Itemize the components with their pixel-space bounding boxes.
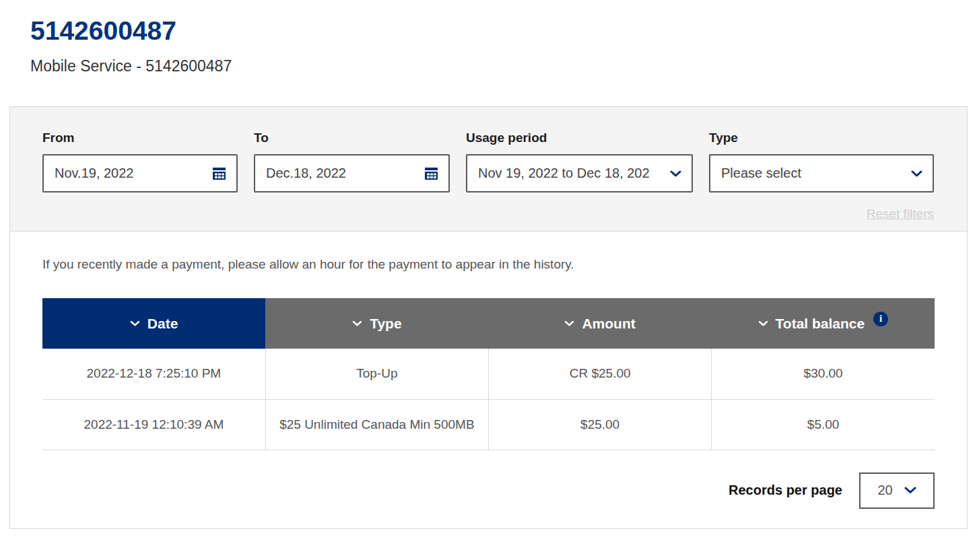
cell-date: 2022-12-18 7:25:10 PM	[42, 349, 265, 399]
usage-period-select[interactable]: Nov 19, 2022 to Dec 18, 202	[466, 154, 693, 193]
chevron-down-icon	[911, 170, 922, 177]
column-header-label: Date	[147, 316, 178, 332]
table-header-row: Date Type	[42, 298, 935, 349]
sort-chevron-icon	[130, 320, 140, 326]
usage-period-value: Nov 19, 2022 to Dec 18, 202	[478, 166, 650, 181]
cell-type: Top-Up	[265, 349, 488, 399]
column-header-type[interactable]: Type	[265, 298, 488, 349]
history-table: Date Type	[42, 298, 935, 450]
records-per-page-value: 20	[877, 483, 892, 498]
info-icon[interactable]: i	[873, 312, 888, 326]
filter-group-from: From Nov.19, 2022	[42, 131, 238, 193]
filter-group-to: To Dec.18, 2022	[254, 131, 450, 193]
column-header-label: Amount	[582, 316, 635, 332]
filter-row: From Nov.19, 2022	[42, 131, 935, 193]
records-per-page-select[interactable]: 20	[859, 473, 935, 509]
usage-period-label: Usage period	[466, 131, 693, 145]
filter-bar: From Nov.19, 2022	[10, 107, 967, 232]
history-content: If you recently made a payment, please a…	[10, 232, 967, 509]
history-panel: From Nov.19, 2022	[9, 106, 968, 529]
type-select-value: Please select	[721, 166, 801, 181]
filter-group-usage-period: Usage period Nov 19, 2022 to Dec 18, 202	[466, 131, 693, 193]
type-select[interactable]: Please select	[709, 154, 934, 193]
cell-total-balance: $5.00	[712, 399, 935, 450]
cell-total-balance: $30.00	[712, 349, 935, 399]
filter-group-type: Type Please select	[709, 131, 934, 193]
to-date-input[interactable]: Dec.18, 2022	[254, 154, 450, 193]
sort-chevron-icon	[564, 320, 574, 326]
cell-date: 2022-11-19 12:10:39 AM	[42, 399, 265, 450]
column-header-total-balance[interactable]: Total balance i	[712, 298, 935, 349]
table-row: 2022-12-18 7:25:10 PM Top-Up CR $25.00 $…	[42, 349, 935, 399]
from-label: From	[42, 131, 238, 145]
from-date-input[interactable]: Nov.19, 2022	[42, 154, 238, 193]
records-per-page-label: Records per page	[729, 483, 842, 498]
to-label: To	[254, 131, 450, 145]
records-per-page-row: Records per page 20	[42, 473, 935, 509]
page-title: 5142600487	[30, 16, 947, 46]
type-label: Type	[709, 131, 934, 145]
column-header-amount[interactable]: Amount	[489, 298, 712, 349]
reset-filters-row: Reset filters	[42, 207, 935, 221]
reset-filters-link[interactable]: Reset filters	[867, 207, 934, 221]
column-header-label: Type	[370, 316, 401, 332]
to-date-value: Dec.18, 2022	[266, 166, 346, 181]
from-date-value: Nov.19, 2022	[55, 166, 134, 181]
page-subtitle: Mobile Service - 5142600487	[30, 57, 947, 75]
column-header-label: Total balance	[776, 316, 865, 332]
from-calendar-icon[interactable]	[212, 167, 226, 180]
column-header-date[interactable]: Date	[42, 298, 265, 349]
sort-chevron-icon	[758, 320, 768, 326]
payment-notice: If you recently made a payment, please a…	[42, 256, 935, 273]
to-calendar-icon[interactable]	[424, 167, 438, 180]
chevron-down-icon	[670, 170, 681, 177]
chevron-down-icon	[904, 487, 916, 494]
cell-amount: CR $25.00	[489, 349, 712, 399]
cell-type: $25 Unlimited Canada Min 500MB	[265, 399, 488, 450]
cell-amount: $25.00	[489, 399, 712, 450]
table-row: 2022-11-19 12:10:39 AM $25 Unlimited Can…	[42, 399, 935, 450]
sort-chevron-icon	[352, 320, 362, 326]
